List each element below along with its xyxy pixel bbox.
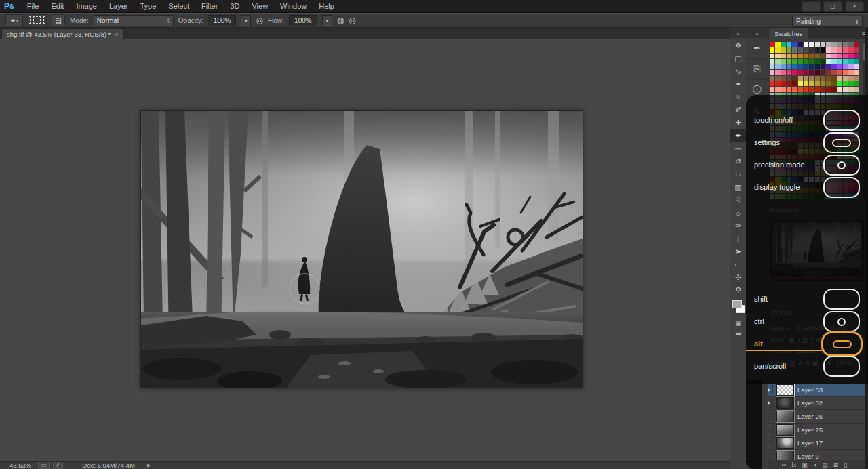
flow-dropdown[interactable]: ▼ xyxy=(322,15,332,26)
tool-gradient[interactable]: ▥ xyxy=(730,181,746,194)
swatch[interactable] xyxy=(804,81,808,86)
swatch[interactable] xyxy=(815,59,820,64)
foreground-color-chip[interactable] xyxy=(732,300,742,308)
swatch[interactable] xyxy=(770,47,774,52)
remote-control-button[interactable] xyxy=(823,289,860,310)
swatch[interactable] xyxy=(821,59,825,64)
swatch[interactable] xyxy=(809,87,814,91)
swatch[interactable] xyxy=(837,81,842,86)
swatch[interactable] xyxy=(821,81,825,86)
swatch[interactable] xyxy=(826,59,831,64)
swatch[interactable] xyxy=(826,76,831,81)
menu-file[interactable]: File xyxy=(21,0,45,12)
remote-control-button[interactable] xyxy=(823,311,860,332)
menu-image[interactable]: Image xyxy=(70,0,103,12)
layer-row[interactable]: Layer 26 xyxy=(761,410,868,424)
swatch[interactable] xyxy=(804,54,808,58)
menu-view[interactable]: View xyxy=(245,0,274,12)
status-expand-icon[interactable]: ▶ xyxy=(147,463,151,468)
swatch[interactable] xyxy=(826,64,831,69)
remote-control-button[interactable] xyxy=(823,155,860,176)
tool-rectangular-marquee[interactable]: ▢ xyxy=(730,52,746,65)
swatch[interactable] xyxy=(775,76,780,81)
swatch[interactable] xyxy=(804,87,808,91)
tool-brush[interactable]: ✒ xyxy=(730,129,746,142)
tool-hand[interactable]: ✣ xyxy=(730,271,746,284)
layer-thumbnail[interactable] xyxy=(776,397,794,409)
swatch[interactable] xyxy=(770,64,774,69)
swatch[interactable] xyxy=(821,42,825,47)
swatch[interactable] xyxy=(781,70,786,75)
screen-mode-icon[interactable]: ⬓ xyxy=(730,328,746,338)
swatch[interactable] xyxy=(826,54,831,58)
swatch[interactable] xyxy=(809,54,814,58)
layer-row[interactable]: Layer 32 xyxy=(761,397,868,411)
layer-row[interactable]: Layer 33 xyxy=(761,384,868,397)
swatch[interactable] xyxy=(792,76,797,81)
swatch[interactable] xyxy=(787,87,791,91)
swatch[interactable] xyxy=(804,70,808,75)
menu-type[interactable]: Type xyxy=(134,0,163,12)
swatch[interactable] xyxy=(831,70,836,75)
swatch[interactable] xyxy=(848,47,853,52)
swatch[interactable] xyxy=(798,81,803,86)
swatch[interactable] xyxy=(792,59,797,64)
swatch[interactable] xyxy=(798,76,803,81)
menu-help[interactable]: Help xyxy=(313,0,340,12)
swatch[interactable] xyxy=(809,42,814,47)
swatch[interactable] xyxy=(815,47,820,52)
swatch[interactable] xyxy=(787,54,791,58)
tool-clone-stamp[interactable]: ⎓ xyxy=(730,142,746,155)
swatch[interactable] xyxy=(770,42,774,47)
swatch[interactable] xyxy=(781,59,786,64)
swatch[interactable] xyxy=(837,47,842,52)
swatch[interactable] xyxy=(854,76,859,81)
remote-control-button[interactable] xyxy=(823,356,860,377)
swatch[interactable] xyxy=(837,64,842,69)
swatch[interactable] xyxy=(809,47,814,52)
swatch[interactable] xyxy=(837,59,842,64)
swatch[interactable] xyxy=(815,42,820,47)
menu-edit[interactable]: Edit xyxy=(45,0,70,12)
restore-button[interactable]: ▢ xyxy=(823,1,842,12)
swatch[interactable] xyxy=(843,59,848,64)
tool-zoom[interactable]: ⚲ xyxy=(730,284,746,297)
swatch[interactable] xyxy=(843,64,848,69)
swatch[interactable] xyxy=(809,81,814,86)
swatch[interactable] xyxy=(854,54,859,58)
brush-tool-icon[interactable]: ✒▾ xyxy=(5,14,23,26)
swatch[interactable] xyxy=(854,59,859,64)
swatch[interactable] xyxy=(781,81,786,86)
swatch[interactable] xyxy=(831,47,836,52)
share-icon[interactable]: ↱ xyxy=(53,462,64,469)
pen-pressure-opacity-icon[interactable]: ◎ xyxy=(256,16,262,25)
swatch[interactable] xyxy=(787,64,791,69)
swatch[interactable] xyxy=(826,70,831,75)
menu-filter[interactable]: Filter xyxy=(195,0,224,12)
swatch[interactable] xyxy=(843,87,848,91)
swatch[interactable] xyxy=(821,54,825,58)
status-zoom[interactable]: 43.53% xyxy=(9,462,31,469)
swatch[interactable] xyxy=(781,76,786,81)
swatch[interactable] xyxy=(854,81,859,86)
swatch[interactable] xyxy=(775,70,780,75)
swatch[interactable] xyxy=(854,87,859,91)
swatch[interactable] xyxy=(815,64,820,69)
swatch[interactable] xyxy=(831,64,836,69)
swatch[interactable] xyxy=(775,59,780,64)
swatch[interactable] xyxy=(792,81,797,86)
minimize-button[interactable]: — xyxy=(802,1,821,12)
swatch[interactable] xyxy=(781,64,786,69)
swatch[interactable] xyxy=(854,64,859,69)
document-tab[interactable]: shg.tif @ 43.5% (Layer 33, RGB/8) * × xyxy=(1,28,124,39)
canvas-artwork[interactable] xyxy=(140,110,583,388)
swatch[interactable] xyxy=(809,70,814,75)
swatch[interactable] xyxy=(837,42,842,47)
swatch[interactable] xyxy=(770,59,774,64)
swatch[interactable] xyxy=(815,81,820,86)
swatch[interactable] xyxy=(787,76,791,81)
swatch[interactable] xyxy=(854,42,859,47)
icon-dock-collapse[interactable]: « xyxy=(746,28,768,38)
opacity-value[interactable]: 100% xyxy=(208,15,236,26)
swatch[interactable] xyxy=(775,87,780,91)
